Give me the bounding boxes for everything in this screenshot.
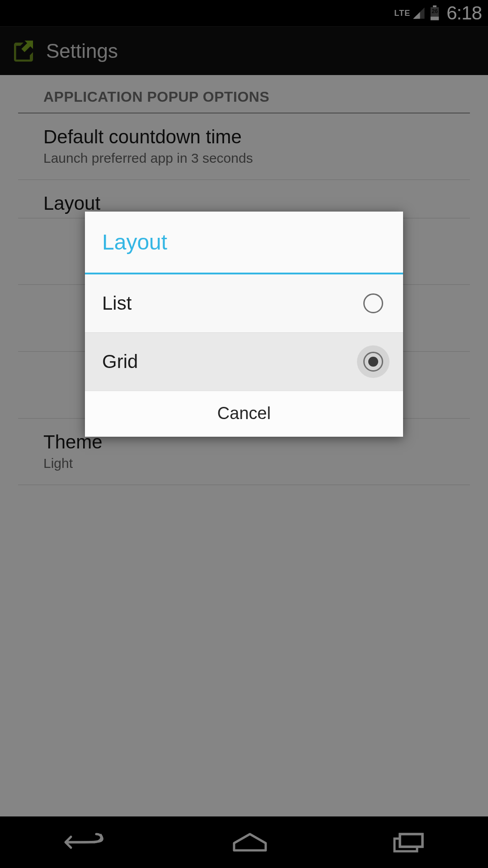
modal-scrim[interactable]: Layout List Grid Cancel: [0, 0, 488, 868]
dialog-title: Layout: [85, 212, 403, 274]
layout-dialog: Layout List Grid Cancel: [85, 212, 403, 437]
radio-icon: [357, 287, 389, 320]
dialog-option-list[interactable]: List: [85, 274, 403, 333]
radio-icon: [357, 345, 389, 378]
dialog-option-grid[interactable]: Grid: [85, 333, 403, 391]
option-label: List: [102, 292, 131, 314]
cancel-button[interactable]: Cancel: [85, 391, 403, 437]
option-label: Grid: [102, 351, 138, 373]
